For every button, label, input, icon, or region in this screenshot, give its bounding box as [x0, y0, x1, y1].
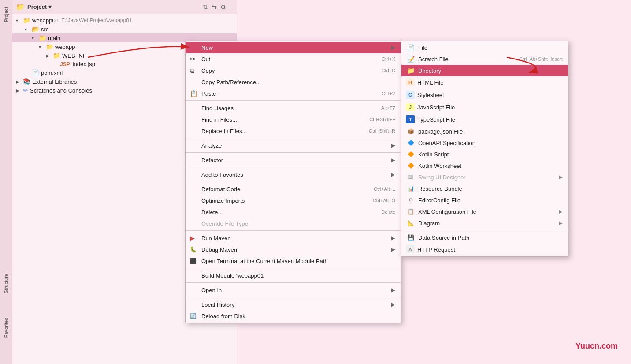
- tree-arrow-extlib: ▶: [16, 79, 23, 84]
- menu-item-favorites[interactable]: Add to Favorites ▶: [186, 169, 401, 180]
- submenu-item-kotlinworksheet[interactable]: 🔶 Kotlin Worksheet: [401, 160, 568, 171]
- menu-item-localhistory[interactable]: Local History ▶: [186, 299, 401, 310]
- submenu-item-kotlinworksheet-label: Kotlin Worksheet: [418, 163, 563, 169]
- submenu-item-directory[interactable]: 📁 Directory: [401, 65, 568, 76]
- menu-item-optimize-shortcut: Ctrl+Alt+O: [373, 198, 395, 203]
- sep6: [186, 230, 401, 231]
- menu-item-openterminal-label: Open Terminal at the Current Maven Modul…: [201, 258, 395, 264]
- menu-item-buildmodule[interactable]: Build Module 'webapp01': [186, 270, 401, 281]
- menu-item-copy[interactable]: ⧉ Copy Ctrl+C: [186, 65, 401, 76]
- folder-icon: 📁: [16, 3, 25, 11]
- submenu-item-datasource[interactable]: 💾 Data Source in Path: [401, 232, 568, 243]
- submenu-item-resource[interactable]: 📊 Resource Bundle: [401, 183, 568, 194]
- submenu-item-diagram-arrow: ▶: [559, 220, 563, 226]
- scratch-icon: 📝: [406, 56, 416, 63]
- submenu-item-file[interactable]: 📄 File: [401, 42, 568, 53]
- indexjsp-icon: JSP: [60, 61, 70, 67]
- terminal-icon: ⬛: [190, 258, 197, 264]
- menu-item-debugmaven[interactable]: 🐛 Debug Maven ▶: [186, 244, 401, 255]
- watermark: Yuucn.com: [575, 342, 618, 351]
- menu-item-delete-label: Delete...: [201, 209, 372, 215]
- submenu-item-kotlinscript[interactable]: 🔶 Kotlin Script: [401, 149, 568, 160]
- submenu-item-html[interactable]: H HTML File: [401, 76, 568, 89]
- menu-item-replaceinfiles[interactable]: Replace in Files... Ctrl+Shift+R: [186, 125, 401, 137]
- submenu-item-pkg-label: package.json File: [418, 128, 563, 135]
- submenu-item-swing-arrow: ▶: [559, 174, 563, 180]
- menu-item-new[interactable]: New ▶: [186, 42, 401, 53]
- menu-item-cut[interactable]: ✂ Cut Ctrl+X: [186, 53, 401, 65]
- menu-item-findusages[interactable]: Find Usages Alt+F7: [186, 102, 401, 114]
- directory-icon: 📁: [406, 67, 416, 74]
- menu-item-openterminal[interactable]: ⬛ Open Terminal at the Current Maven Mod…: [186, 255, 401, 267]
- submenu-item-pkg[interactable]: 📦 package.json File: [401, 126, 568, 137]
- menu-item-paste-label: Paste: [201, 90, 373, 97]
- menu-item-delete-shortcut: Delete: [381, 209, 395, 215]
- file-icon: 📄: [406, 44, 416, 51]
- menu-item-runmaven-arrow: ▶: [391, 235, 395, 241]
- submenu-item-editorconfig[interactable]: ⚙ EditorConfig File: [401, 194, 568, 206]
- pomxml-label: pom.xml: [41, 70, 63, 76]
- menu-item-analyze-arrow: ▶: [391, 142, 395, 149]
- submenu-item-js-label: JavaScript File: [417, 104, 563, 111]
- kotlinworksheet-icon: 🔶: [406, 163, 416, 169]
- sidebar-tab-project[interactable]: Project: [2, 4, 11, 26]
- submenu-item-xml-arrow: ▶: [559, 208, 563, 215]
- menu-item-localhistory-label: Local History: [201, 301, 388, 308]
- debugmaven-icon: 🐛: [190, 246, 197, 253]
- sidebar-tab-favorites[interactable]: Favorites: [4, 318, 9, 338]
- project-title: Project ▾: [27, 4, 52, 10]
- submenu-item-js[interactable]: J JavaScript File: [401, 101, 568, 113]
- minimize-icon[interactable]: −: [230, 4, 233, 11]
- menu-item-openin[interactable]: Open In ▶: [186, 284, 401, 296]
- menu-item-analyze[interactable]: Analyze ▶: [186, 140, 401, 151]
- pkg-icon: 📦: [406, 128, 416, 134]
- menu-item-findinfiles[interactable]: Find in Files... Ctrl+Shift+F: [186, 114, 401, 125]
- submenu-item-file-label: File: [418, 45, 563, 51]
- datasource-icon: 💾: [406, 234, 416, 241]
- submenu-item-swing: 🖼 Swing UI Designer ▶: [401, 171, 568, 183]
- submenu-item-css-label: Stylesheet: [417, 92, 563, 98]
- scroll-center-icon[interactable]: ⇅: [203, 4, 208, 11]
- menu-item-findinfiles-shortcut: Ctrl+Shift+F: [369, 117, 395, 122]
- submenu-item-xml[interactable]: 📋 XML Configuration File ▶: [401, 206, 568, 217]
- menu-item-copypath[interactable]: Copy Path/Reference...: [186, 76, 401, 88]
- project-header: 📁 Project ▾ ⇅ ⇆ ⚙ −: [12, 0, 237, 14]
- sidebar-tab-structure[interactable]: Structure: [4, 274, 9, 293]
- tree-arrow-scratches: ▶: [16, 88, 23, 93]
- menu-item-runmaven[interactable]: ▶ Run Maven ▶: [186, 232, 401, 244]
- menu-item-debugmaven-arrow: ▶: [391, 246, 395, 253]
- xml-icon: 📋: [406, 208, 416, 215]
- submenu-item-diagram[interactable]: 📐 Diagram ▶: [401, 217, 568, 229]
- submenu-item-http-label: HTTP Request: [417, 246, 563, 253]
- menu-item-delete[interactable]: Delete... Delete: [186, 206, 401, 218]
- menu-item-optimize[interactable]: Optimize Imports Ctrl+Alt+O: [186, 195, 401, 206]
- tree-item-webapp01[interactable]: ▾ 📁 webapp01 E:\JavaWebProject\webapp01: [12, 16, 237, 25]
- runmaven-icon: ▶: [190, 234, 195, 241]
- tree-item-src[interactable]: ▾ 📂 src: [12, 25, 237, 33]
- tree-arrow-webapp: ▾: [39, 45, 46, 49]
- menu-item-reload[interactable]: 🔄 Reload from Disk: [186, 310, 401, 322]
- collapse-icon[interactable]: ⇆: [212, 4, 217, 11]
- submenu-item-scratch[interactable]: 📝 Scratch File Ctrl+Alt+Shift+Insert: [401, 53, 568, 65]
- copy-icon: ⧉: [190, 67, 194, 74]
- submenu-item-ts[interactable]: T TypeScript File: [401, 113, 568, 126]
- submenu-item-resource-label: Resource Bundle: [418, 186, 563, 192]
- submenu-item-openapi[interactable]: 🔷 OpenAPI Specification: [401, 137, 568, 149]
- menu-item-refactor-arrow: ▶: [391, 157, 395, 163]
- webapp01-folder-icon: 📁: [23, 17, 30, 24]
- tree-arrow-main: ▾: [32, 36, 39, 41]
- sep1: [186, 100, 401, 101]
- menu-item-refactor[interactable]: Refactor ▶: [186, 154, 401, 166]
- submenu-item-http[interactable]: A HTTP Request: [401, 243, 568, 256]
- menu-item-openin-label: Open In: [201, 287, 388, 293]
- menu-item-paste[interactable]: 📋 Paste Ctrl+V: [186, 88, 401, 99]
- submenu-new: 📄 File 📝 Scratch File Ctrl+Alt+Shift+Ins…: [401, 41, 568, 257]
- menu-item-cut-label: Cut: [201, 56, 373, 63]
- webapp-folder-icon: 📁: [46, 43, 53, 50]
- reload-icon: 🔄: [190, 313, 197, 319]
- dropdown-arrow[interactable]: ▾: [48, 4, 52, 10]
- menu-item-reformat[interactable]: Reformat Code Ctrl+Alt+L: [186, 183, 401, 195]
- sep2: [186, 138, 401, 138]
- submenu-item-css[interactable]: C Stylesheet: [401, 89, 568, 101]
- settings-icon[interactable]: ⚙: [220, 4, 226, 11]
